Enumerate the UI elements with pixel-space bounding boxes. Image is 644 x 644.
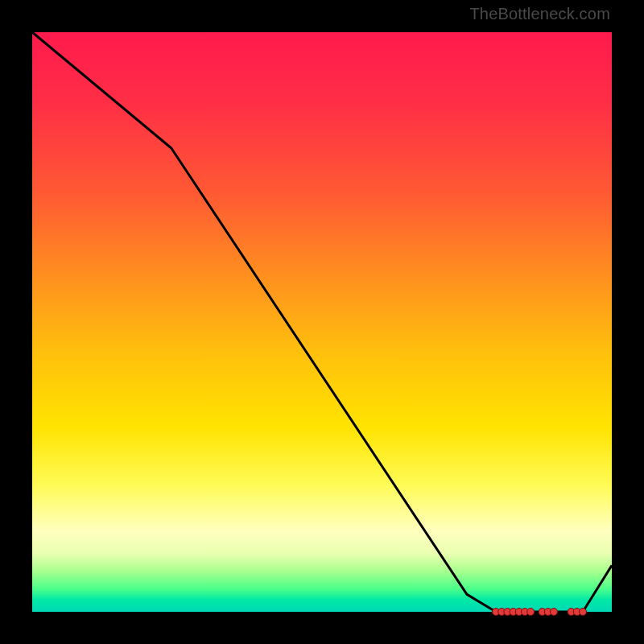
series-line — [32, 32, 612, 612]
marker-point — [527, 609, 535, 616]
attribution-label: TheBottleneck.com — [469, 5, 610, 23]
plot-area — [32, 32, 612, 612]
series-markers — [493, 609, 587, 616]
marker-point — [551, 609, 558, 616]
marker-point — [580, 609, 587, 616]
chart-frame: TheBottleneck.com — [0, 0, 644, 644]
chart-svg — [32, 32, 612, 612]
